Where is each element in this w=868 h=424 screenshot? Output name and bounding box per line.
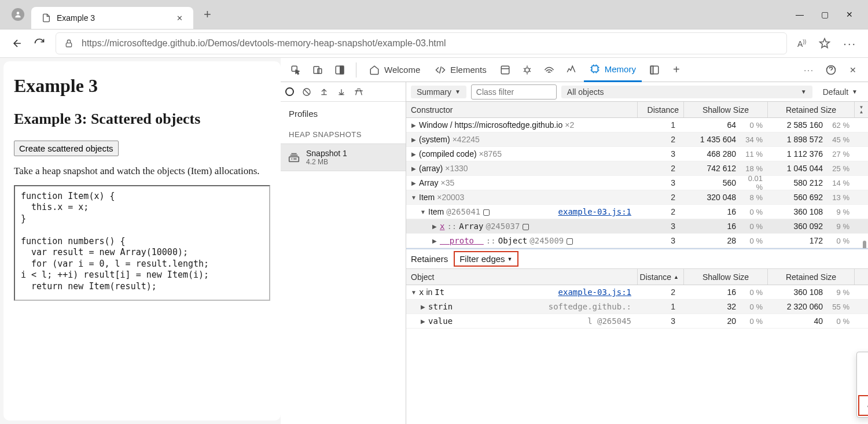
- table-row[interactable]: ▼ Item @265041 ▢example-03.js:12160 %360…: [406, 205, 868, 219]
- table-row[interactable]: ▶ Array ×3535600.01 %580 21214 %: [406, 176, 868, 190]
- page-h2: Example 3: Scattered objects: [14, 110, 270, 128]
- class-filter-input[interactable]: [471, 84, 557, 99]
- inspect-icon[interactable]: [286, 61, 305, 79]
- menu-icon[interactable]: ···: [843, 37, 856, 50]
- tab-welcome[interactable]: Welcome: [363, 58, 426, 82]
- close-window-icon[interactable]: ✕: [846, 10, 853, 19]
- view-select[interactable]: Summary▼: [411, 86, 466, 98]
- profiles-toolbar: [281, 82, 406, 102]
- chevron-down-icon: ▼: [507, 256, 513, 262]
- favorite-icon[interactable]: [819, 38, 830, 49]
- more-icon[interactable]: ···: [800, 61, 818, 79]
- refresh-icon[interactable]: [34, 38, 45, 49]
- bug-icon[interactable]: [518, 61, 536, 79]
- profiles-sidebar: Profiles HEAP SNAPSHOTS Snapshot 1 4.2 M…: [281, 82, 406, 424]
- window-controls: — ▢ ✕: [796, 10, 863, 19]
- object-filter-select[interactable]: All objects▼: [561, 86, 812, 98]
- download-icon[interactable]: [337, 87, 346, 97]
- table-row[interactable]: ▼ x in Itexample-03.js:12160 %360 1089 %: [406, 285, 868, 300]
- app-icon[interactable]: [496, 61, 514, 79]
- retainers-grid[interactable]: ▼ x in Itexample-03.js:12160 %360 1089 %…: [406, 285, 868, 329]
- read-aloud-icon[interactable]: A)): [797, 39, 806, 49]
- table-row[interactable]: ▶ strinsoftedge.github.:1320 %2 320 0605…: [406, 300, 868, 314]
- address-bar: https://microsoftedge.github.io/Demos/de…: [0, 29, 868, 58]
- menu-item-default[interactable]: Default: [857, 352, 868, 373]
- table-row[interactable]: ▶ (array) ×13302742 61218 %1 045 04425 %: [406, 161, 868, 176]
- col-object[interactable]: Object: [406, 272, 637, 282]
- table-row[interactable]: ▶ (compiled code) ×87653468 28011 %1 112…: [406, 147, 868, 161]
- url-text: https://microsoftedge.github.io/Demos/de…: [82, 38, 778, 49]
- snapshot-icon: [288, 151, 300, 164]
- svg-rect-3: [314, 67, 319, 73]
- page-icon: [42, 13, 51, 23]
- performance-icon[interactable]: [562, 61, 580, 79]
- col-shallow-size[interactable]: Shallow Size: [683, 269, 767, 285]
- table-row[interactable]: ▼ Item ×200032320 0488 %560 69213 %: [406, 190, 868, 205]
- snapshot-size: 4.2 MB: [306, 158, 347, 166]
- url-field[interactable]: https://microsoftedge.github.io/Demos/de…: [56, 32, 787, 54]
- retainers-bar: Retainers Filter edges▼: [406, 248, 868, 269]
- chevron-down-icon: ▼: [455, 89, 461, 95]
- retainers-grid-header: Object Distance▲ Shallow Size Retained S…: [406, 269, 868, 285]
- scrollbar-thumb[interactable]: [863, 241, 866, 248]
- memory-data-pane: Summary▼ All objects▼ Default▼ Construct…: [406, 82, 868, 424]
- svg-point-8: [525, 68, 529, 72]
- heap-snapshots-heading: HEAP SNAPSHOTS: [281, 126, 406, 143]
- upload-icon[interactable]: [319, 87, 329, 97]
- snapshot-item[interactable]: Snapshot 1 4.2 MB: [281, 143, 406, 171]
- page-content: Example 3 Example 3: Scattered objects C…: [3, 61, 281, 421]
- constructors-grid[interactable]: ▶ Window / https://microsoftedge.github.…: [406, 118, 868, 248]
- add-tab-icon[interactable]: +: [667, 61, 686, 79]
- dock-icon[interactable]: [330, 61, 349, 79]
- snapshot-name: Snapshot 1: [306, 149, 347, 158]
- col-shallow-size[interactable]: Shallow Size: [683, 102, 767, 117]
- chevron-down-icon: ▼: [801, 89, 807, 95]
- create-scattered-objects-button[interactable]: Create scattered objects: [14, 141, 119, 156]
- default-select[interactable]: Default▼: [817, 86, 863, 98]
- profile-avatar[interactable]: [12, 8, 24, 21]
- new-tab-button[interactable]: +: [204, 7, 211, 22]
- collect-garbage-icon[interactable]: [354, 87, 363, 97]
- network-icon[interactable]: [540, 61, 558, 79]
- menu-item-hide-cycled[interactable]: ✓Hide cycled: [858, 395, 868, 416]
- menu-item-hide-internal[interactable]: Hide internal: [857, 373, 868, 394]
- close-devtools-icon[interactable]: ✕: [844, 61, 862, 79]
- minimize-icon[interactable]: —: [796, 10, 804, 19]
- table-row[interactable]: ▶ valuel @2650453200 %400 %: [406, 314, 868, 329]
- lock-icon: [64, 39, 73, 48]
- browser-tab[interactable]: Example 3 ✕: [31, 7, 193, 29]
- close-tab-icon[interactable]: ✕: [176, 14, 183, 23]
- constructors-grid-header: Constructor Distance Shallow Size Retain…: [406, 102, 868, 118]
- filter-edges-dropdown[interactable]: Filter edges▼: [454, 251, 518, 267]
- tab-memory[interactable]: Memory: [584, 58, 642, 82]
- tab-title: Example 3: [57, 13, 95, 23]
- svg-rect-11: [650, 66, 653, 74]
- tab-elements[interactable]: Elements: [429, 58, 492, 82]
- table-row[interactable]: ▶ x :: Array @245037 ▢3160 %360 0929 %: [406, 219, 868, 234]
- col-constructor[interactable]: Constructor: [406, 105, 637, 115]
- browser-titlebar: Example 3 ✕ + — ▢ ✕: [0, 0, 868, 29]
- svg-rect-6: [340, 66, 344, 74]
- app2-icon[interactable]: [645, 61, 664, 79]
- col-distance[interactable]: Distance: [637, 102, 683, 117]
- code-textarea[interactable]: function Item(x) { this.x = x; } functio…: [14, 185, 270, 301]
- page-h1: Example 3: [14, 75, 270, 97]
- col-retained-size[interactable]: Retained Size: [767, 102, 854, 117]
- clear-icon[interactable]: [302, 87, 311, 97]
- table-row[interactable]: ▶ __proto__ :: Object @245009 ▢3280 %172…: [406, 234, 868, 248]
- col-sort[interactable]: ▼▲: [854, 102, 868, 117]
- col-retained-size[interactable]: Retained Size: [767, 269, 854, 285]
- svg-point-0: [17, 12, 20, 14]
- back-icon[interactable]: [12, 38, 23, 49]
- maximize-icon[interactable]: ▢: [821, 10, 829, 19]
- help-icon[interactable]: [822, 61, 840, 79]
- device-toggle-icon[interactable]: [308, 61, 327, 79]
- svg-rect-9: [592, 66, 598, 72]
- table-row[interactable]: ▶ (system) ×4224521 435 60434 %1 898 572…: [406, 132, 868, 147]
- profiles-label: Profiles: [281, 102, 406, 126]
- svg-rect-1: [66, 43, 71, 47]
- record-icon[interactable]: [285, 87, 294, 96]
- col-distance[interactable]: Distance▲: [637, 269, 683, 285]
- table-row[interactable]: ▶ Window / https://microsoftedge.github.…: [406, 118, 868, 132]
- retainers-label: Retainers: [411, 254, 448, 264]
